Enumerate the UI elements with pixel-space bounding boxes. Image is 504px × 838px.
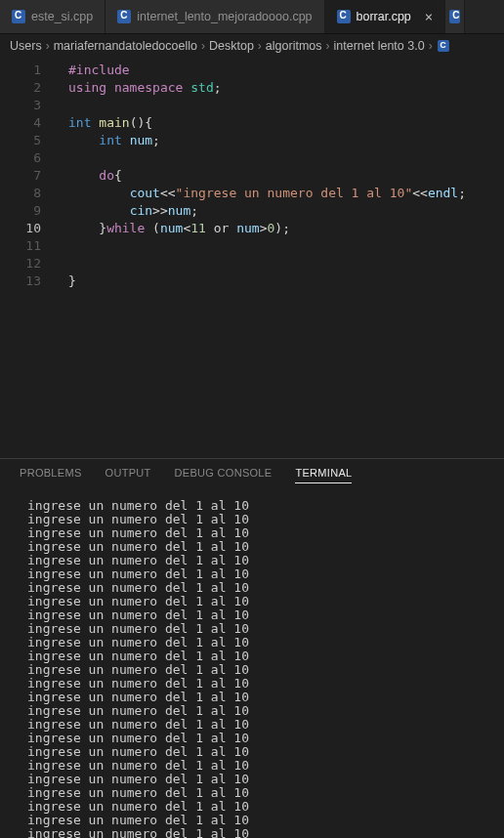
chevron-right-icon: › [201, 39, 205, 53]
chevron-right-icon: › [326, 39, 330, 53]
panel-tab-debug[interactable]: DEBUG CONSOLE [175, 467, 273, 483]
cpp-icon [12, 10, 25, 23]
breadcrumb[interactable]: Users › mariafernandatoledocoello › Desk… [0, 34, 504, 58]
panel-tab-problems[interactable]: PROBLEMS [20, 467, 82, 483]
code-area[interactable]: #include using namespace std; int main()… [59, 58, 466, 458]
close-icon[interactable]: × [425, 10, 433, 23]
crumb-folder2[interactable]: internet lento 3.0 [334, 39, 425, 53]
crumb-home[interactable]: mariafernandatoledocoello [54, 39, 197, 53]
bottom-panel: PROBLEMS OUTPUT DEBUG CONSOLE TERMINAL i… [0, 458, 504, 838]
tab-internet-lento[interactable]: internet_lento_mejoradoooo.cpp [105, 0, 324, 33]
cpp-icon [337, 10, 351, 23]
cpp-icon [117, 10, 131, 23]
chevron-right-icon: › [258, 39, 262, 53]
chevron-right-icon: › [46, 39, 50, 53]
tab-label: este_si.cpp [31, 10, 93, 23]
tab-este-si[interactable]: este_si.cpp [0, 0, 105, 33]
terminal-output[interactable]: ingrese un numero del 1 al 10 ingrese un… [0, 491, 504, 838]
crumb-folder[interactable]: algoritmos [266, 39, 322, 53]
tab-overflow[interactable] [445, 0, 465, 33]
chevron-right-icon: › [429, 39, 433, 53]
tab-borrar[interactable]: borrar.cpp × [325, 0, 446, 33]
line-gutter: 12345678910111213 [0, 58, 59, 458]
crumb-users[interactable]: Users [10, 39, 42, 53]
editor-tab-bar: este_si.cpp internet_lento_mejoradoooo.c… [0, 0, 504, 34]
panel-tab-output[interactable]: OUTPUT [105, 467, 151, 483]
cpp-icon [438, 40, 449, 52]
panel-tab-bar: PROBLEMS OUTPUT DEBUG CONSOLE TERMINAL [0, 459, 504, 491]
code-editor[interactable]: 12345678910111213 #include using namespa… [0, 58, 504, 458]
tab-label: internet_lento_mejoradoooo.cpp [137, 10, 312, 23]
cpp-icon [449, 10, 460, 23]
tab-label: borrar.cpp [357, 10, 411, 23]
crumb-desktop[interactable]: Desktop [209, 39, 254, 53]
panel-tab-terminal[interactable]: TERMINAL [295, 467, 352, 483]
